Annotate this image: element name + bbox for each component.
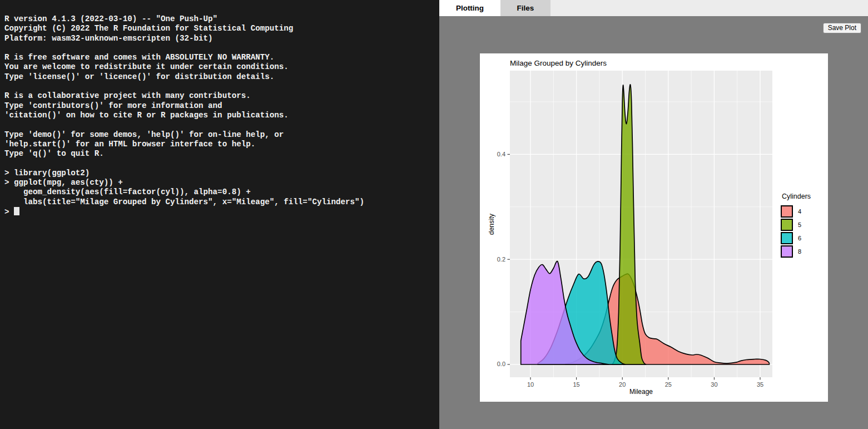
console-line: R is free software and comes with ABSOLU… — [4, 53, 439, 62]
legend-swatch-4 — [781, 205, 793, 218]
legend-label: 6 — [798, 235, 801, 241]
x-tick-label: 25 — [665, 381, 672, 388]
console-line: Type 'q()' to quit R. — [4, 149, 439, 159]
console-line: You are welcome to redistribute it under… — [4, 62, 439, 72]
legend-title: Cylinders — [782, 193, 811, 200]
console-prompt-line: > — [4, 207, 439, 217]
console-line — [4, 159, 439, 168]
console-prompt: > — [4, 208, 14, 216]
console-line: Platform: wasm32-unknown-emscripten (32-… — [4, 34, 439, 43]
density-plot-svg: 1015202530350.00.20.4 — [510, 71, 772, 377]
console-line: Type 'contributors()' for more informati… — [4, 101, 439, 111]
y-tick-label: 0.2 — [497, 256, 505, 263]
console-line: R version 4.1.3 (2022-03-10) -- "One Pus… — [4, 14, 439, 24]
plot-panel: 1015202530350.00.20.4 — [510, 71, 772, 377]
console-line: Type 'license()' or 'licence()' for dist… — [4, 72, 439, 82]
x-tick-label: 35 — [757, 381, 763, 388]
x-tick-label: 20 — [619, 381, 626, 388]
legend-swatch-6 — [781, 232, 793, 244]
legend-row: 4 — [781, 205, 811, 218]
console-line: R is a collaborative project with many c… — [4, 91, 439, 101]
x-tick-label: 10 — [527, 381, 534, 388]
console-line — [4, 120, 439, 130]
x-tick-label: 30 — [711, 381, 717, 388]
console-line: 'citation()' on how to cite R or R packa… — [4, 111, 439, 120]
console-line: > ggplot(mpg, aes(cty)) + — [4, 178, 439, 188]
legend-row: 8 — [781, 245, 811, 258]
console-line — [4, 43, 439, 53]
legend-row: 5 — [781, 219, 811, 231]
legend-entries: 4568 — [781, 205, 811, 258]
y-tick-label: 0.4 — [497, 151, 505, 157]
save-plot-button[interactable]: Save Plot — [823, 23, 861, 33]
legend-row: 6 — [781, 232, 811, 244]
legend-swatch-5 — [781, 219, 793, 231]
tab-files[interactable]: Files — [500, 0, 550, 16]
console-line: Type 'demo()' for some demos, 'help()' f… — [4, 130, 439, 140]
legend-swatch-8 — [781, 245, 793, 258]
plotting-pane: PlottingFiles Save Plot Milage Grouped b… — [439, 0, 868, 429]
plot-title: Milage Grouped by Cylinders — [510, 59, 607, 67]
tab-plotting[interactable]: Plotting — [439, 0, 500, 16]
console-line — [4, 82, 439, 91]
console-line: geom_density(aes(fill=factor(cyl)), alph… — [4, 188, 439, 197]
console-line: 'help.start()' for an HTML browser inter… — [4, 140, 439, 149]
legend-label: 4 — [798, 208, 801, 215]
legend-label: 8 — [798, 248, 801, 255]
r-console[interactable]: R version 4.1.3 (2022-03-10) -- "One Pus… — [0, 0, 439, 429]
x-tick-label: 15 — [573, 381, 579, 388]
console-cursor — [14, 207, 19, 215]
console-line: Copyright (C) 2022 The R Foundation for … — [4, 24, 439, 33]
console-output: R version 4.1.3 (2022-03-10) -- "One Pus… — [4, 14, 439, 207]
x-axis-label: Mileage — [510, 388, 772, 396]
plot-card: Milage Grouped by Cylinders 101520253035… — [480, 53, 828, 402]
legend: Cylinders 4568 — [781, 193, 811, 259]
console-line: labs(title="Milage Grouped by Cylinders"… — [4, 198, 439, 207]
legend-label: 5 — [798, 221, 801, 228]
tab-bar: PlottingFiles — [439, 0, 868, 16]
y-axis-label: density — [488, 214, 495, 235]
console-line: > library(ggplot2) — [4, 169, 439, 178]
y-tick-label: 0.0 — [497, 361, 505, 367]
